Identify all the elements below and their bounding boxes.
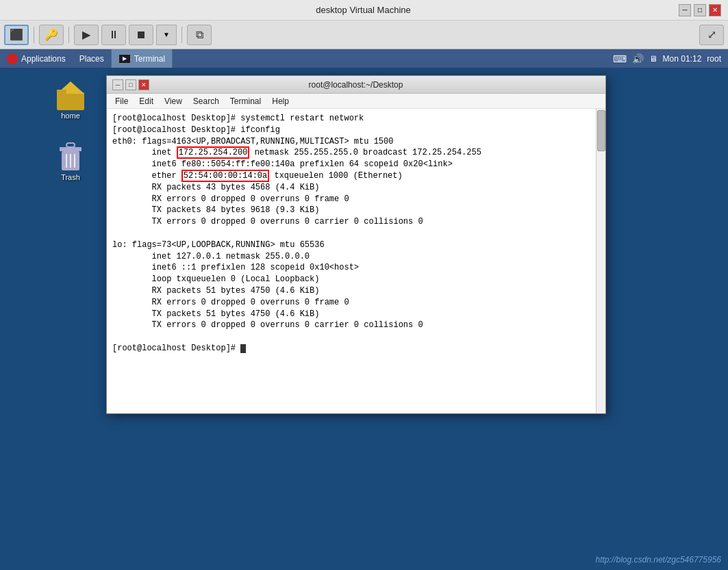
terminal-titlebar: ─ □ ✕ root@localhost:~/Desktop [107, 76, 605, 94]
scrollbar-thumb[interactable] [597, 110, 605, 151]
menubar-left: Applications Places Terminal [0, 49, 173, 68]
places-menu[interactable]: Places [73, 49, 111, 68]
term-close-btn[interactable]: ✕ [138, 79, 149, 90]
volume-icon: 🔊 [632, 53, 644, 64]
menubar-right: ⌨ 🔊 🖥 Mon 01:12 root [613, 53, 728, 64]
menubar: Applications Places Terminal ⌨ 🔊 🖥 Mon 0… [0, 49, 728, 68]
trash-icon-label: Trash [61, 173, 80, 181]
terminal-body: [root@localhost Desktop]# systemctl rest… [107, 109, 605, 413]
term-edit-menu[interactable]: Edit [134, 94, 159, 108]
term-line-ether: ether 52:54:00:00:14:0a txqueuelen 1000 … [112, 170, 590, 182]
toolbar-sep-2 [68, 27, 69, 43]
term-line-lo-inet: inet 127.0.0.1 netmask 255.0.0.0 [112, 251, 590, 263]
terminal-icon [118, 54, 131, 64]
term-line-lo-inet6: inet6 ::1 prefixlen 128 scopeid 0x10<hos… [112, 262, 590, 274]
clock: Mon 01:12 [663, 54, 702, 64]
trash-icon-svg [54, 140, 87, 173]
home-icon-svg [54, 79, 87, 112]
term-line-tx1: TX packets 84 bytes 9618 (9.3 KiB) [112, 205, 590, 216]
term-help-menu[interactable]: Help [266, 94, 294, 108]
toolbar-pause-btn[interactable]: ⏸ [101, 25, 126, 45]
desktop: home Trash ─ □ ✕ root@localhost:~/Deskto… [0, 68, 728, 570]
window-title: desktop Virtual Machine [48, 5, 679, 15]
toolbar-dropdown-btn[interactable]: ▼ [156, 25, 177, 45]
term-line-lo-flags: lo: flags=73<UP,LOOPBACK,RUNNING> mtu 65… [112, 239, 590, 251]
applications-icon [7, 53, 18, 64]
screen-icon: 🖥 [649, 54, 657, 64]
minimize-button[interactable]: ─ [679, 4, 691, 16]
title-bar: desktop Virtual Machine ─ □ ✕ [0, 0, 728, 21]
term-minimize-btn[interactable]: ─ [112, 79, 123, 90]
terminal-win-controls: ─ □ ✕ [112, 79, 149, 90]
terminal-menu[interactable]: Terminal [111, 49, 173, 68]
toolbar-key-btn[interactable]: 🔑 [39, 25, 64, 45]
terminal-window: ─ □ ✕ root@localhost:~/Desktop File Edit… [106, 75, 606, 414]
desktop-icon-trash[interactable]: Trash [47, 137, 95, 185]
term-line-rxerr: RX errors 0 dropped 0 overruns 0 frame 0 [112, 194, 590, 205]
toolbar-screenshot-btn[interactable]: ⧉ [187, 25, 212, 45]
term-line-lo-tx1: TX packets 51 bytes 4750 (4.6 KiB) [112, 309, 590, 320]
term-line-2: [root@localhost Desktop]# ifconfig [112, 125, 590, 136]
term-terminal-menu[interactable]: Terminal [225, 94, 266, 108]
term-line-lo-rxerr: RX errors 0 dropped 0 overruns 0 frame 0 [112, 297, 590, 309]
window-controls: ─ □ ✕ [679, 4, 721, 16]
toolbar: ⬛ 🔑 ▶ ⏸ ⏹ ▼ ⧉ ⤢ [0, 21, 728, 49]
applications-menu[interactable]: Applications [0, 49, 73, 68]
term-line-inet: inet 172.25.254.200 netmask 255.255.255.… [112, 147, 590, 159]
term-line-prompt: [root@localhost Desktop]# [112, 343, 590, 354]
term-line-lo-loop: loop txqueuelen 0 (Local Loopback) [112, 274, 590, 285]
terminal-cursor [240, 344, 246, 353]
term-line-eth0-flags: eth0: flags=4163<UP,BROADCAST,RUNNING,MU… [112, 136, 590, 148]
term-line-lo-txerr: TX errors 0 dropped 0 overruns 0 carrier… [112, 320, 590, 331]
term-search-menu[interactable]: Search [188, 94, 225, 108]
home-icon-label: home [61, 112, 80, 120]
user-label: root [707, 54, 721, 64]
term-line-lo-rx1: RX packets 51 bytes 4750 (4.6 KiB) [112, 285, 590, 297]
inet-highlight: 172.25.254.200 [177, 146, 250, 159]
term-maximize-btn[interactable]: □ [125, 79, 136, 90]
keyboard-icon: ⌨ [613, 53, 627, 64]
maximize-button[interactable]: □ [694, 4, 706, 16]
toolbar-right-area: ⤢ [699, 25, 724, 45]
close-button[interactable]: ✕ [709, 4, 721, 16]
terminal-content[interactable]: [root@localhost Desktop]# systemctl rest… [107, 109, 596, 413]
toolbar-fullscreen-btn[interactable]: ⤢ [699, 25, 724, 45]
svg-rect-3 [66, 143, 75, 147]
toolbar-sep-1 [34, 27, 34, 43]
terminal-scrollbar[interactable] [596, 109, 605, 413]
toolbar-display-btn[interactable]: ⬛ [4, 25, 29, 45]
term-view-menu[interactable]: View [159, 94, 188, 108]
svg-rect-4 [60, 147, 81, 151]
term-line-1: [root@localhost Desktop]# systemctl rest… [112, 113, 590, 125]
term-line-txerr: TX errors 0 dropped 0 overruns 0 carrier… [112, 216, 590, 228]
terminal-title: root@localhost:~/Desktop [149, 80, 562, 90]
terminal-menubar: File Edit View Search Terminal Help [107, 94, 605, 109]
watermark: http://blog.csdn.net/zgc546775956 [596, 555, 721, 565]
term-line-inet6: inet6 fe80::5054:ff:fe00:140a prefixlen … [112, 159, 590, 170]
term-line-rx1: RX packets 43 bytes 4568 (4.4 KiB) [112, 182, 590, 194]
toolbar-play-btn[interactable]: ▶ [74, 25, 99, 45]
toolbar-stop-btn[interactable]: ⏹ [129, 25, 153, 45]
svg-rect-2 [57, 90, 66, 95]
toolbar-sep-3 [181, 27, 182, 43]
term-line-blank1 [112, 228, 590, 239]
ether-highlight: 52:54:00:00:14:0a [181, 170, 269, 182]
desktop-icon-home[interactable]: home [47, 75, 95, 123]
term-file-menu[interactable]: File [110, 94, 134, 108]
term-line-blank2 [112, 331, 590, 343]
